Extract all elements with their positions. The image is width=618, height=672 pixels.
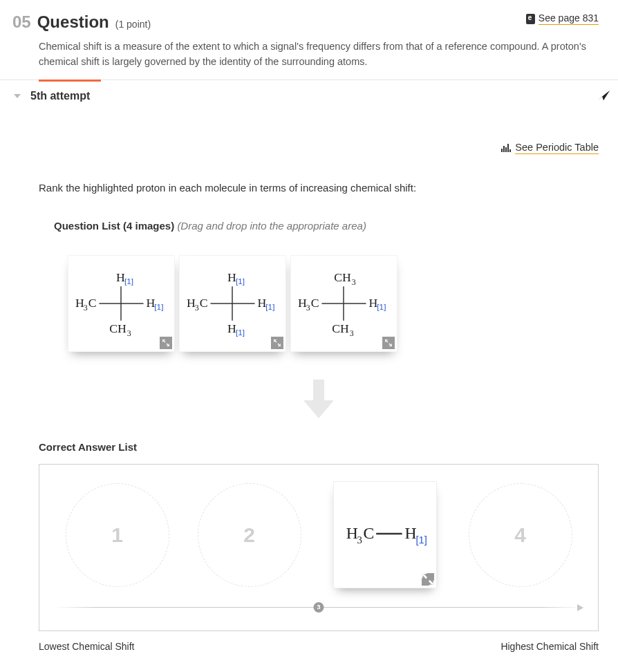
svg-line-24	[274, 340, 277, 342]
molecule-card-c[interactable]: CH3 H3C H[1] CH3	[290, 255, 397, 352]
expand-icon[interactable]	[271, 337, 283, 349]
down-arrow-icon	[303, 380, 334, 420]
svg-text:C: C	[363, 524, 374, 542]
drop-slot-3[interactable]: H 3 C H [1]	[330, 480, 440, 590]
high-label: Highest Chemical Shift	[500, 641, 599, 652]
svg-text:[1]: [1]	[415, 534, 427, 545]
instruction-text: Rank the highlighted proton in each mole…	[39, 182, 599, 194]
svg-text:H: H	[404, 524, 416, 542]
slot-number: 4	[514, 523, 526, 547]
svg-text:3: 3	[350, 328, 354, 338]
svg-line-45	[422, 575, 426, 578]
ranking-axis: 3	[55, 604, 583, 611]
drop-slot-2[interactable]: 2	[198, 483, 301, 587]
submit-icon[interactable]	[596, 88, 611, 104]
question-word: Question	[37, 12, 109, 32]
svg-text:[1]: [1]	[377, 302, 386, 312]
chevron-down-icon	[14, 94, 21, 98]
question-description: Chemical shift is a measure of the exten…	[39, 39, 599, 70]
question-title: 05 Question (1 point)	[12, 12, 151, 32]
svg-text:[1]: [1]	[154, 302, 163, 312]
low-label: Lowest Chemical Shift	[39, 641, 135, 652]
arrow-right-icon	[577, 604, 583, 611]
svg-text:C: C	[200, 296, 208, 310]
periodic-table-link[interactable]: See Periodic Table	[501, 142, 599, 154]
svg-text:[1]: [1]	[124, 277, 133, 286]
table-icon	[501, 144, 511, 152]
attempt-toggle[interactable]: 5th attempt	[14, 90, 90, 102]
svg-text:[1]: [1]	[236, 277, 245, 286]
svg-line-38	[389, 344, 391, 346]
svg-line-12	[167, 344, 169, 346]
svg-text:H: H	[346, 524, 357, 542]
expand-icon[interactable]	[160, 337, 172, 349]
svg-text:CH: CH	[334, 270, 351, 284]
question-points: (1 point)	[115, 19, 151, 30]
svg-text:3: 3	[195, 303, 199, 312]
svg-text:3: 3	[84, 303, 88, 312]
answer-list-title: Correct Answer List	[39, 441, 599, 453]
svg-line-46	[429, 581, 432, 584]
attempt-accent-bar	[39, 80, 101, 82]
svg-line-11	[163, 340, 165, 342]
slot-badge: 3	[314, 602, 324, 613]
svg-text:C: C	[311, 296, 319, 310]
periodic-label: See Periodic Table	[515, 142, 599, 154]
question-header: 05 Question (1 point) See page 831 Chemi…	[0, 0, 618, 80]
ebook-icon	[526, 14, 535, 24]
attempt-label: 5th attempt	[30, 90, 90, 102]
drop-slot-1[interactable]: 1	[66, 483, 169, 587]
svg-text:CH: CH	[332, 321, 349, 335]
attempt-bar: 5th attempt	[0, 80, 618, 113]
question-number: 05	[12, 12, 31, 32]
svg-text:3: 3	[357, 534, 362, 545]
svg-text:[1]: [1]	[236, 328, 245, 337]
molecule-card-a[interactable]: H[1] H3C H[1] CH3	[68, 255, 175, 352]
svg-line-25	[278, 344, 280, 346]
svg-text:3: 3	[352, 277, 356, 287]
expand-icon[interactable]	[382, 337, 395, 349]
question-list-hint: (Drag and drop into the appropriate area…	[177, 220, 366, 232]
slot-number: 2	[243, 523, 255, 547]
placed-molecule-card[interactable]: H 3 C H [1]	[333, 481, 437, 588]
see-page-label: See page 831	[539, 12, 599, 25]
answer-drop-area[interactable]: 1 2 H 3 C H [1] 4	[39, 464, 599, 631]
svg-text:CH: CH	[109, 321, 127, 335]
slot-number: 1	[111, 523, 123, 547]
question-list-title: Question List (4 images)	[54, 220, 174, 232]
molecule-card-b[interactable]: H[1] H3C H[1] H[1]	[179, 255, 286, 352]
svg-text:3: 3	[127, 328, 131, 338]
drop-slot-4[interactable]: 4	[469, 483, 572, 587]
svg-text:C: C	[88, 296, 97, 310]
svg-text:3: 3	[306, 303, 310, 312]
svg-text:[1]: [1]	[265, 302, 274, 312]
expand-icon[interactable]	[422, 573, 434, 586]
see-page-link[interactable]: See page 831	[526, 12, 599, 25]
draggable-items: H[1] H3C H[1] CH3 H[1] H3C H[1] H[1]	[68, 255, 599, 352]
svg-line-37	[386, 340, 388, 342]
